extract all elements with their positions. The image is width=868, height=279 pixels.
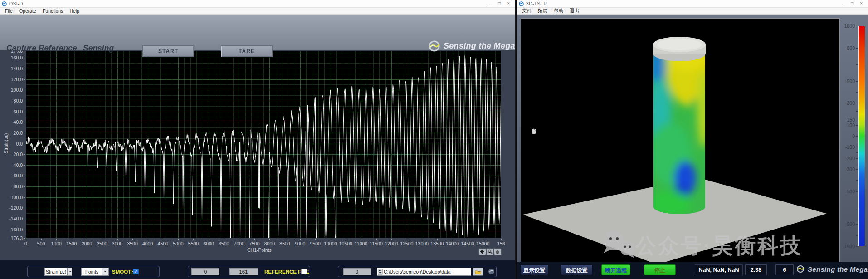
y-tick-label: 140.0: [1, 66, 23, 71]
brand-swoosh-icon: [796, 265, 805, 273]
tab-capture-reference[interactable]: Capture Reference: [6, 44, 77, 54]
app-logo-icon: [519, 1, 524, 6]
colorbar-tick-label: 800: [836, 45, 855, 51]
colorbar-tick-mark: [856, 246, 858, 247]
display-settings-button[interactable]: 显示设置: [520, 264, 548, 275]
chevron-down-icon[interactable]: [67, 268, 72, 275]
x-tick-mark: [117, 239, 118, 240]
colorbar-minor-tick-mark: [856, 152, 858, 153]
y-tick-label: 100.0: [1, 87, 23, 93]
right-menu-item-1[interactable]: 拓展: [535, 8, 551, 14]
close-button[interactable]: ×: [507, 1, 510, 6]
right-titlebar[interactable]: 3D-TSFR – □ ×: [517, 0, 868, 8]
x-tick-mark: [501, 239, 502, 240]
right-menu-item-3[interactable]: 退出: [566, 8, 582, 14]
colorbar-minor-tick-mark: [856, 37, 858, 37]
y-tick-label: 60.0: [1, 109, 23, 114]
x-tick-mark: [346, 239, 346, 240]
left-titlebar[interactable]: OSI-D – □ ×: [0, 0, 515, 8]
left-header: Capture Reference Sensing START TARE Sen…: [0, 15, 515, 50]
left-menu-item-0[interactable]: File: [2, 8, 16, 14]
grab-hand-cursor-icon: [532, 128, 536, 134]
strain-chart-plot[interactable]: [26, 51, 501, 238]
path-type-icon: [378, 269, 383, 275]
colorbar-tick-label: 150: [836, 117, 855, 122]
minimize-button[interactable]: –: [489, 1, 492, 6]
y-tick-label: 20.0: [1, 130, 23, 136]
brand-text: Sensing the Mega: [808, 265, 868, 273]
value-b-field[interactable]: 161: [229, 268, 258, 276]
tab-sensing[interactable]: Sensing: [83, 44, 114, 54]
x-tick-mark: [178, 239, 179, 240]
stop-button[interactable]: 停止: [644, 264, 676, 275]
colorbar-tick-mark: [856, 169, 858, 170]
y-tick-label: 0.0: [1, 141, 23, 147]
x-tick-mark: [483, 239, 483, 240]
reference-file-checkbox[interactable]: [301, 269, 307, 274]
tare-button[interactable]: TARE: [221, 45, 273, 57]
colorbar-tick-label: -800: [836, 221, 855, 227]
close-button[interactable]: ×: [860, 1, 863, 6]
data-path-input[interactable]: C:\Users\semicon\Desktop\data: [377, 268, 471, 276]
y-tick-label: 80.0: [1, 98, 23, 103]
x-tick-mark: [300, 239, 301, 240]
x-tick-mark: [315, 239, 316, 240]
colorbar-minor-tick-mark: [856, 64, 858, 65]
maximize-button[interactable]: □: [498, 1, 501, 6]
colorbar-tick-mark: [856, 120, 858, 120]
right-menu-item-2[interactable]: 帮助: [551, 8, 566, 14]
folder-icon: [475, 269, 482, 274]
data-path-text: C:\Users\semicon\Desktop\data: [384, 269, 451, 274]
nan-readout: NaN, NaN, NaN: [695, 264, 743, 275]
y-tick-label: 40.0: [1, 119, 23, 125]
x-tick-mark: [148, 239, 148, 240]
y-tick-mark: [24, 238, 25, 239]
chevron-down-icon[interactable]: [102, 268, 108, 275]
reference-group: 0 161 REFERENCE FILE: [188, 266, 310, 277]
left-menu-item-3[interactable]: Help: [66, 8, 83, 14]
colorbar-tick-label: 1000: [836, 23, 855, 29]
data-settings-button[interactable]: 数据设置: [561, 264, 593, 275]
y-tick-mark: [24, 122, 25, 122]
graph-zoom-tool[interactable]: [486, 248, 494, 255]
y-tick-mark: [24, 165, 25, 166]
start-button[interactable]: START: [142, 45, 194, 57]
colorbar-minor-tick-mark: [856, 111, 858, 112]
x-tick-mark: [422, 239, 422, 240]
refresh-swirl-icon[interactable]: [488, 268, 495, 275]
x-axis-dropdown[interactable]: Points: [81, 268, 109, 276]
graph-cursor-tool[interactable]: [478, 248, 486, 255]
colorbar-minor-tick-mark: [856, 164, 858, 164]
unit-dropdown-value: Strain(με): [45, 268, 67, 275]
value-a-field[interactable]: 0: [191, 268, 220, 276]
x-tick-mark: [331, 239, 331, 240]
smooth-checkbox[interactable]: ✓: [133, 269, 139, 274]
colorbar-tick-mark: [856, 26, 858, 26]
minimize-button[interactable]: –: [842, 1, 845, 6]
readout-1[interactable]: 2.38: [745, 264, 767, 275]
readout-2[interactable]: 6: [775, 264, 794, 275]
browse-folder-button[interactable]: [473, 268, 483, 276]
disconnect-remote-button[interactable]: 断开远程: [601, 264, 630, 275]
display-options-group: Strain(με) Points SMOOTH ✓: [27, 266, 160, 277]
colorbar-tick-mark: [856, 191, 858, 192]
colorbar-tick-label: -100: [836, 144, 855, 150]
left-menu-item-2[interactable]: Functions: [39, 8, 67, 14]
unit-dropdown[interactable]: Strain(με): [44, 268, 72, 276]
graph-pan-tool[interactable]: [494, 248, 502, 255]
x-tick-label: 15000: [473, 241, 493, 246]
y-tick-mark: [24, 154, 25, 155]
colorbar-minor-tick-mark: [856, 131, 858, 131]
x-axis-dropdown-value: Points: [82, 268, 102, 275]
value-c-field[interactable]: 0: [343, 268, 371, 276]
x-tick-mark: [56, 239, 57, 240]
brand-swoosh-icon: [428, 40, 440, 52]
maximize-button[interactable]: □: [851, 1, 853, 6]
x-tick-mark: [102, 239, 102, 240]
right-menu-item-0[interactable]: 文件: [519, 8, 535, 14]
colorbar-tick-label: -200: [836, 156, 855, 161]
colorbar-tick-mark: [856, 81, 858, 82]
3d-viewport[interactable]: 公众号·昊衡科技: [521, 18, 840, 262]
left-menu-item-1[interactable]: Operate: [16, 8, 39, 14]
path-group: 0 C:\Users\semicon\Desktop\data: [338, 266, 497, 277]
